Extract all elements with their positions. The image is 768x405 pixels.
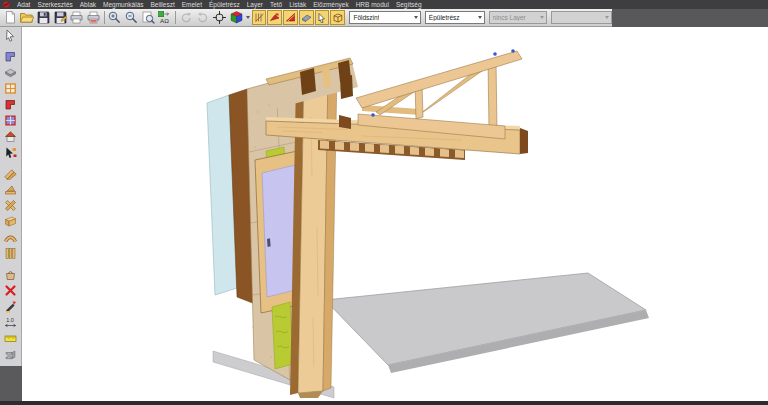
toolbar-separator xyxy=(104,11,105,24)
chevron-down-icon xyxy=(605,16,609,19)
zoom-out-button[interactable] xyxy=(124,10,140,26)
roof-truss xyxy=(339,49,522,139)
wall-red-tool-button[interactable] xyxy=(1,96,21,112)
save-as-button[interactable] xyxy=(52,10,68,26)
view-cube-dropdown-button[interactable] xyxy=(244,10,251,26)
tool-palette: 1.0 xyxy=(0,27,22,401)
window-handle xyxy=(267,238,271,247)
model-3d-view-button[interactable] xyxy=(330,10,345,25)
pointer-mode-button[interactable] xyxy=(315,10,330,25)
delete-x-icon xyxy=(4,284,17,297)
rotate-right-icon xyxy=(195,10,210,25)
measure-ruler-icon xyxy=(4,332,17,345)
model-3d-view-icon xyxy=(332,12,343,23)
drawing-canvas[interactable] xyxy=(22,27,768,401)
menu-megmunkalas[interactable]: Megmunkálás xyxy=(103,0,143,9)
new-file-icon xyxy=(3,10,18,25)
menu-layer[interactable]: Layer xyxy=(247,0,263,9)
save-as-icon xyxy=(53,10,68,25)
menu-adat[interactable]: Adat xyxy=(17,0,30,9)
slab-view-icon xyxy=(301,12,312,23)
roof-house-tool-button[interactable] xyxy=(1,128,21,144)
palette-filler xyxy=(0,366,22,401)
delete-tool-button[interactable] xyxy=(1,282,21,298)
main-area: 1.0 xyxy=(0,27,768,401)
window-tool-button[interactable] xyxy=(1,80,21,96)
roof-view-button[interactable] xyxy=(267,10,282,25)
menu-epuletresz[interactable]: Épületrész xyxy=(209,0,240,9)
building-part-dropdown[interactable]: Épületrész xyxy=(425,11,485,24)
window-insert-icon xyxy=(4,114,17,127)
menu-szerkesztes[interactable]: Szerkesztés xyxy=(37,0,72,9)
toolbar: AΩ Földszint Épületrész nincs Layer xyxy=(0,9,768,27)
rotate-left-button-disabled xyxy=(179,10,195,26)
new-file-button[interactable] xyxy=(3,10,19,26)
stud-row-tool-button[interactable] xyxy=(1,245,21,261)
svg-text:AΩ: AΩ xyxy=(160,17,169,24)
storey-dropdown-value: Földszint xyxy=(353,14,379,21)
menu-segitseg[interactable]: Segítség xyxy=(396,0,422,9)
model-3d-viewport xyxy=(22,27,768,401)
rotate-left-icon xyxy=(179,10,194,25)
hardware-box-tool-button[interactable] xyxy=(1,266,21,282)
storey-dropdown[interactable]: Földszint xyxy=(349,11,420,24)
open-folder-button[interactable] xyxy=(19,10,35,26)
slab-view-button[interactable] xyxy=(299,10,314,25)
end-post xyxy=(488,60,497,132)
menu-emelet[interactable]: Emelet xyxy=(182,0,202,9)
beam-end-cap xyxy=(520,128,528,154)
beam-3d-tool-button[interactable] xyxy=(1,213,21,229)
center-target-button[interactable] xyxy=(212,10,228,26)
ceiling-slab-tool-button[interactable] xyxy=(1,64,21,80)
cross-brace-tool-button[interactable] xyxy=(1,197,21,213)
print-marked-button[interactable] xyxy=(86,10,102,26)
menu-elozmenyek[interactable]: Előzmények xyxy=(313,0,348,9)
toolbar-separator xyxy=(175,11,176,24)
frame-view-button[interactable] xyxy=(252,10,267,25)
application-window: Adat Szerkesztés Ablak Megmunkálás Beill… xyxy=(0,0,768,405)
beam-3d-icon xyxy=(4,215,17,228)
menu-listak[interactable]: Listák xyxy=(289,0,306,9)
cut-tool-button[interactable] xyxy=(1,298,21,314)
selection-marker xyxy=(371,113,375,117)
zoom-in-button[interactable] xyxy=(107,10,123,26)
select-tool-button[interactable] xyxy=(1,27,21,43)
window-insert-tool-button[interactable] xyxy=(1,112,21,128)
find-replace-icon: AΩ xyxy=(157,10,172,25)
brown-post-1 xyxy=(300,68,316,95)
menu-beilleszt[interactable]: Beilleszt xyxy=(151,0,175,9)
save-button[interactable] xyxy=(36,10,52,26)
arch-beam-icon xyxy=(4,231,17,244)
find-replace-button[interactable]: AΩ xyxy=(157,10,173,26)
chevron-down-icon xyxy=(414,16,418,19)
zoom-window-button[interactable] xyxy=(140,10,156,26)
status-bar xyxy=(0,401,768,405)
chevron-down-icon xyxy=(478,16,482,19)
steel-beam-tool-button[interactable] xyxy=(1,346,21,362)
dimension-tool-button[interactable]: 1.0 xyxy=(1,314,21,330)
building-part-dropdown-value: Épületrész xyxy=(429,14,460,21)
measure-ruler-tool-button[interactable] xyxy=(1,330,21,346)
roof-house-icon xyxy=(4,130,17,143)
save-icon xyxy=(36,10,51,25)
dimension-icon: 1.0 xyxy=(4,316,17,329)
edit-element-tool-button[interactable] xyxy=(1,144,21,160)
extra-dropdown xyxy=(551,11,612,24)
zoom-window-icon xyxy=(141,10,156,25)
plank-angle-tool-button[interactable] xyxy=(1,181,21,197)
print-icon xyxy=(69,10,84,25)
beam-diagonal-tool-button[interactable] xyxy=(1,165,21,181)
menu-teto[interactable]: Tető xyxy=(270,0,282,9)
wall-blue-tool-button[interactable] xyxy=(1,48,21,64)
view-3d-cube-icon xyxy=(229,10,244,25)
menu-hrb-modul[interactable]: HRB modul xyxy=(356,0,389,9)
menu-ablak[interactable]: Ablak xyxy=(80,0,96,9)
view-3d-cube-button[interactable] xyxy=(228,10,244,26)
stud-row-icon xyxy=(4,247,17,260)
arch-beam-tool-button[interactable] xyxy=(1,229,21,245)
section-view-button[interactable] xyxy=(283,10,298,25)
chevron-down-icon xyxy=(246,16,250,19)
print-button[interactable] xyxy=(69,10,85,26)
chevron-down-icon xyxy=(540,16,544,19)
open-folder-icon xyxy=(19,10,34,25)
